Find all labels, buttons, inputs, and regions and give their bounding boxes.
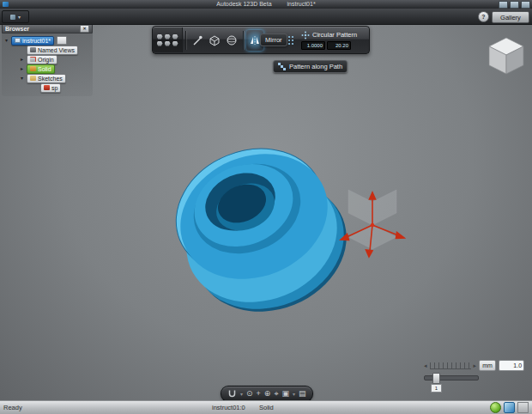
- tooltip-mirror-label: Mirror: [265, 36, 282, 44]
- title-bar: Autodesk 123D Beta instruct01*: [0, 0, 532, 9]
- primitives-menu-button[interactable]: [153, 27, 183, 52]
- tooltip-mirror[interactable]: Mirror: [260, 33, 287, 46]
- close-button[interactable]: [521, 1, 530, 9]
- pattern-value-field-2[interactable]: 20.20: [327, 41, 351, 50]
- orbit-icon[interactable]: ⊙: [246, 390, 253, 398]
- view-cube[interactable]: [486, 36, 527, 77]
- status-mode-text: Solid: [259, 404, 274, 411]
- tree-item-sketches[interactable]: Sketches: [27, 74, 66, 83]
- toolbar-separator: [243, 31, 244, 50]
- browser-title: Browser: [5, 26, 29, 32]
- menu-bar: ▾ ? Gallery: [0, 9, 532, 25]
- zoom-icon[interactable]: ⊕: [264, 390, 271, 398]
- look-at-icon[interactable]: ⌖: [274, 390, 278, 398]
- browser-collapse-button[interactable]: ✕: [80, 25, 89, 33]
- circular-pattern-menu-item[interactable]: Circular Pattern 1.0000 20.20: [301, 31, 357, 50]
- box-primitive-button[interactable]: [206, 30, 223, 51]
- sketch-icon: [44, 85, 50, 90]
- tree-item-solid[interactable]: Solid: [27, 64, 55, 74]
- hex-icon: [157, 34, 163, 40]
- app-menu-dropdown[interactable]: ▾: [2, 10, 29, 23]
- tree-item-document[interactable]: instruct01*: [11, 36, 54, 46]
- window-title: Autodesk 123D Beta instruct01*: [0, 1, 532, 7]
- minimize-button[interactable]: [499, 1, 508, 9]
- expander-icon[interactable]: ▸: [21, 57, 27, 62]
- document-icon: [15, 38, 21, 43]
- view-mode-icon[interactable]: ▣: [281, 390, 289, 398]
- tree-row-named-views: Named Views: [21, 46, 91, 54]
- tree-row-root: ▾ instruct01*: [5, 36, 91, 45]
- tree-item-origin[interactable]: Origin: [27, 55, 57, 64]
- display-status-icon[interactable]: [504, 402, 515, 413]
- sketch-pen-tool-button[interactable]: [189, 30, 206, 51]
- tree-item-label: Solid: [38, 66, 51, 72]
- circular-pattern-icon: [301, 31, 310, 40]
- gallery-button[interactable]: Gallery: [492, 11, 529, 23]
- mirror-icon: [249, 34, 261, 46]
- grid-status-icon[interactable]: [517, 402, 529, 413]
- maximize-button[interactable]: [510, 1, 519, 9]
- sphere-primitive-button[interactable]: [223, 30, 240, 51]
- app-window: Autodesk 123D Beta instruct01* ▾ ? Galle…: [0, 0, 532, 414]
- grid-size-field[interactable]: 1.0: [499, 360, 524, 371]
- pan-icon[interactable]: +: [257, 390, 261, 398]
- grid-scale-widget: ◂ ▸ mm 1.0: [424, 360, 524, 371]
- hex-icon: [165, 41, 171, 46]
- chevron-down-icon: ▾: [18, 14, 21, 20]
- box-icon: [209, 34, 221, 46]
- tree-item-label: Origin: [38, 57, 54, 63]
- tree-item-label: Sketches: [38, 76, 63, 82]
- flyout-pattern-along-path[interactable]: Pattern along Path: [273, 60, 348, 73]
- status-bar: Ready instruct01:0 Solid: [0, 400, 532, 414]
- snap-magnet-icon[interactable]: [227, 389, 237, 399]
- toolbar-separator: [185, 31, 186, 50]
- chevron-down-icon[interactable]: ▾: [240, 392, 243, 397]
- arrow-left-icon[interactable]: ◂: [424, 362, 427, 368]
- tree-item-label: instruct01*: [22, 38, 51, 44]
- pattern-along-path-icon: [278, 63, 281, 65]
- help-button[interactable]: ?: [478, 11, 489, 22]
- browser-tree: ▾ instruct01* Named Views ▸ Origin: [2, 33, 93, 96]
- tree-row-origin: ▸ Origin: [21, 55, 91, 64]
- tree-item-named-views[interactable]: Named Views: [27, 46, 78, 55]
- folder-icon: [30, 76, 36, 81]
- hex-icon: [157, 41, 163, 46]
- hex-icon: [165, 34, 171, 40]
- expander-icon[interactable]: ▾: [21, 76, 27, 81]
- ruler-ticks: [430, 362, 471, 369]
- hex-icon: [172, 41, 178, 46]
- hex-icon: [172, 34, 178, 40]
- camera-icon: [30, 47, 36, 52]
- document-title: instruct01*: [287, 1, 316, 7]
- window-controls: [499, 1, 530, 9]
- sphere-icon: [226, 34, 238, 46]
- chevron-down-icon[interactable]: ▾: [293, 392, 295, 397]
- flyout-pattern-along-path-label: Pattern along Path: [289, 63, 342, 70]
- status-document-text: instruct01:0: [212, 404, 245, 411]
- expander-icon[interactable]: ▾: [5, 38, 11, 43]
- expander-icon[interactable]: ▸: [21, 66, 27, 71]
- material-status-icon[interactable]: [490, 402, 501, 413]
- status-ready-text: Ready: [3, 404, 22, 411]
- tree-item-label: sp: [51, 85, 57, 91]
- display-settings-icon[interactable]: ▤: [299, 390, 306, 398]
- browser-panel: Browser ✕ ▾ instruct01* Named Views ▸: [2, 23, 93, 96]
- arrow-right-icon[interactable]: ▸: [474, 362, 477, 368]
- pen-icon: [191, 34, 203, 46]
- tree-row-sketches: ▾ Sketches: [21, 74, 91, 82]
- app-menu-icon: [10, 15, 15, 20]
- slider-handle[interactable]: [432, 373, 440, 384]
- tree-row-solid: ▸ Solid: [21, 64, 91, 73]
- units-dropdown[interactable]: mm: [479, 360, 496, 371]
- tree-row-sketch-sp: sp: [34, 83, 91, 92]
- tree-item-sp[interactable]: sp: [40, 83, 61, 93]
- pattern-value-fields: 1.0000 20.20: [301, 41, 357, 50]
- status-icons: [490, 402, 529, 413]
- root-badge-icon[interactable]: [57, 36, 67, 45]
- circular-pattern-label: Circular Pattern: [312, 31, 357, 39]
- tree-item-label: Named Views: [38, 47, 75, 53]
- origin-icon: [30, 57, 36, 62]
- app-title: Autodesk 123D Beta: [216, 1, 271, 7]
- slider-value: 1: [431, 384, 442, 393]
- pattern-value-field-1[interactable]: 1.0000: [301, 41, 325, 50]
